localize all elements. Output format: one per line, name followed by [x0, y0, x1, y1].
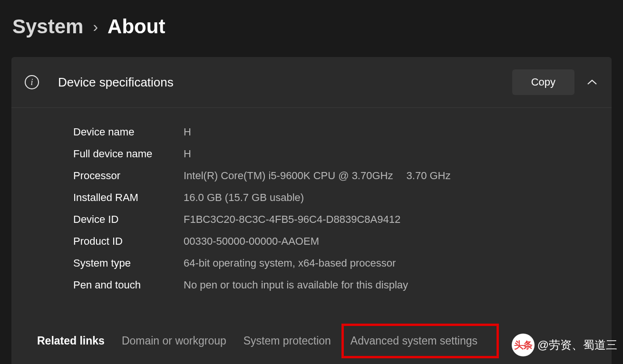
- spec-value: No pen or touch input is available for t…: [184, 279, 408, 291]
- spec-value: H: [184, 148, 191, 160]
- spec-label: Installed RAM: [73, 192, 184, 204]
- spec-value-main: Intel(R) Core(TM) i5-9600K CPU @ 3.70GHz: [184, 170, 393, 182]
- highlight-box: Advanced system settings: [341, 324, 499, 358]
- spec-label: Full device name: [73, 148, 184, 160]
- spec-row-device-id: Device ID F1BC3C20-8C3C-4FB5-96C4-D8839C…: [73, 209, 612, 230]
- spec-label: Product ID: [73, 235, 184, 248]
- spec-row-system-type: System type 64-bit operating system, x64…: [73, 252, 612, 274]
- copy-button[interactable]: Copy: [512, 69, 574, 95]
- breadcrumb-current: About: [107, 15, 165, 38]
- spec-value: F1BC3C20-8C3C-4FB5-96C4-D8839C8A9412: [184, 213, 400, 226]
- spec-row-full-device-name: Full device name H: [73, 143, 612, 165]
- spec-value: 00330-50000-00000-AAOEM: [184, 235, 319, 248]
- spec-row-product-id: Product ID 00330-50000-00000-AAOEM: [73, 230, 612, 252]
- card-header[interactable]: i Device specifications Copy: [11, 57, 612, 108]
- spec-label: Processor: [73, 170, 184, 182]
- spec-row-installed-ram: Installed RAM 16.0 GB (15.7 GB usable): [73, 187, 612, 209]
- watermark-text: @劳资、蜀道三: [537, 337, 617, 353]
- spec-value-extra: 3.70 GHz: [407, 170, 451, 182]
- chevron-up-icon[interactable]: [586, 76, 598, 88]
- related-links-label: Related links: [37, 335, 105, 347]
- spec-label: System type: [73, 257, 184, 269]
- spec-label: Device ID: [73, 213, 184, 226]
- breadcrumb-parent[interactable]: System: [12, 15, 83, 38]
- card-title: Device specifications: [58, 75, 512, 90]
- breadcrumb: System › About: [0, 0, 623, 48]
- link-advanced-system-settings[interactable]: Advanced system settings: [350, 335, 477, 347]
- link-system-protection[interactable]: System protection: [243, 335, 331, 347]
- watermark-badge-icon: 头条: [512, 334, 535, 356]
- watermark: 头条 @劳资、蜀道三: [512, 334, 617, 356]
- spec-value: 64-bit operating system, x64-based proce…: [184, 257, 396, 269]
- spec-row-device-name: Device name H: [73, 121, 612, 143]
- device-specs-card: i Device specifications Copy Device name…: [11, 57, 612, 364]
- chevron-right-icon: ›: [93, 18, 98, 36]
- spec-row-pen-touch: Pen and touch No pen or touch input is a…: [73, 274, 612, 296]
- spec-label: Device name: [73, 126, 184, 138]
- spec-value: 16.0 GB (15.7 GB usable): [184, 192, 304, 204]
- spec-value: H: [184, 126, 191, 138]
- spec-row-processor: Processor Intel(R) Core(TM) i5-9600K CPU…: [73, 165, 612, 187]
- spec-value: Intel(R) Core(TM) i5-9600K CPU @ 3.70GHz…: [184, 170, 451, 182]
- link-domain-workgroup[interactable]: Domain or workgroup: [122, 335, 226, 347]
- info-icon: i: [25, 75, 39, 89]
- spec-label: Pen and touch: [73, 279, 184, 291]
- specs-list: Device name H Full device name H Process…: [11, 108, 612, 309]
